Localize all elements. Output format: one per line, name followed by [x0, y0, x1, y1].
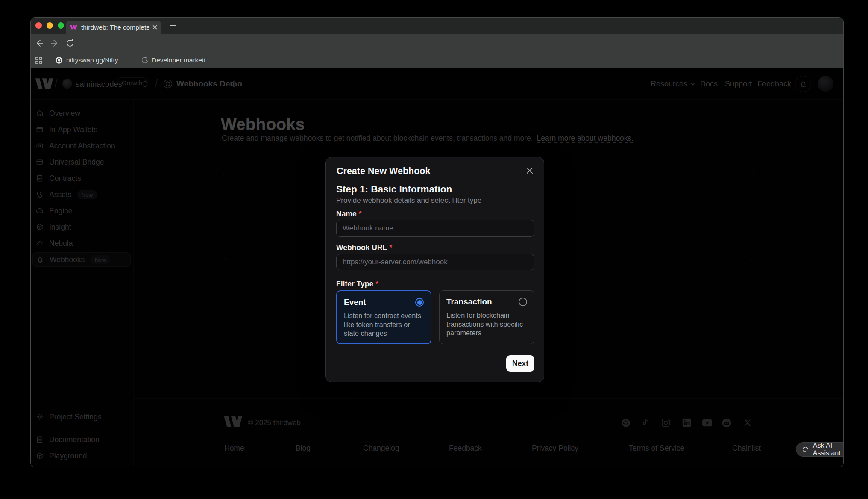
required-marker: *	[375, 280, 378, 288]
tab-strip: thirdweb: The complete web3	[31, 18, 843, 34]
modal-close-icon[interactable]	[526, 167, 534, 176]
new-tab-button[interactable]	[168, 21, 178, 32]
browser-tab[interactable]: thirdweb: The complete web3	[66, 21, 161, 34]
ask-ai-label: Ask AI Assistant	[813, 442, 844, 457]
webhook-url-input[interactable]	[336, 254, 534, 270]
bookmark-item[interactable]: niftyswap.gg/Nifty…	[55, 56, 125, 64]
bookmark-label: Developer marketi…	[152, 56, 212, 64]
transaction-option-description: Listen for blockchain transactions with …	[446, 311, 528, 337]
chat-bubble-icon	[802, 446, 809, 453]
bookmark-item-2[interactable]: Developer marketi…	[142, 56, 212, 64]
event-option-description: Listen for contract events like token tr…	[344, 311, 424, 338]
ask-ai-assistant-button[interactable]: Ask AI Assistant	[796, 442, 844, 457]
event-option-title: Event	[344, 298, 366, 307]
filter-type-label: Filter Type*	[336, 280, 378, 289]
apps-grid-icon[interactable]	[35, 56, 43, 64]
step-title: Step 1: Basic Information	[336, 184, 452, 195]
required-marker: *	[359, 210, 362, 218]
required-marker: *	[389, 243, 392, 252]
filter-option-transaction[interactable]: Transaction Listen for blockchain transa…	[439, 290, 534, 344]
next-button[interactable]: Next	[506, 355, 534, 372]
tab-title: thirdweb: The complete web3	[81, 24, 149, 31]
step-subtitle: Provide webhook details and select filte…	[336, 196, 481, 205]
crescent-favicon-icon	[142, 57, 148, 63]
zoom-window-button[interactable]	[58, 22, 64, 29]
minimize-window-button[interactable]	[47, 22, 53, 29]
bookmarks-bar: niftyswap.gg/Nifty… Developer marketi… A…	[31, 53, 843, 68]
url-field-label: Webhook URL*	[336, 243, 392, 252]
bookmark-label: niftyswap.gg/Nifty…	[66, 56, 125, 64]
back-icon[interactable]	[34, 38, 44, 50]
forward-icon[interactable]	[50, 38, 60, 50]
name-field-label: Name*	[336, 210, 361, 218]
radio-selected-icon[interactable]	[415, 298, 424, 307]
reload-icon[interactable]	[65, 38, 75, 50]
filter-option-event[interactable]: Event Listen for contract events like to…	[336, 290, 431, 344]
modal-title: Create New Webhook	[337, 166, 430, 177]
browser-window: thirdweb: The complete web3	[30, 17, 844, 467]
close-window-button[interactable]	[35, 22, 42, 29]
browser-toolbar	[31, 34, 843, 53]
tab-close-icon[interactable]	[152, 25, 157, 30]
desktop: thirdweb: The complete web3	[0, 0, 868, 499]
tab-favicon-thirdweb-icon	[70, 25, 77, 30]
webhook-name-input[interactable]	[336, 220, 534, 237]
transaction-option-title: Transaction	[446, 297, 492, 307]
github-favicon-icon	[55, 56, 63, 64]
create-webhook-modal: Create New Webhook Step 1: Basic Informa…	[326, 157, 544, 382]
radio-unselected-icon[interactable]	[519, 298, 527, 306]
